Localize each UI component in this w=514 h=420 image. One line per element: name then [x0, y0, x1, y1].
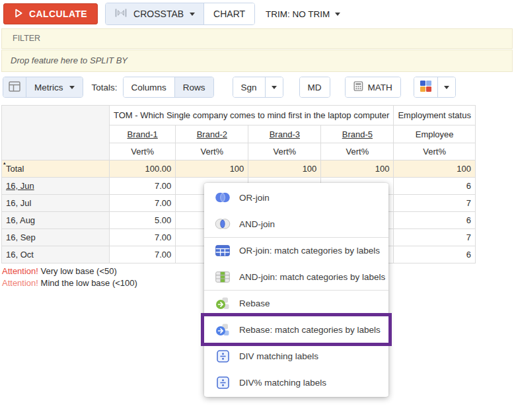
- color-tiles-icon: [420, 80, 432, 94]
- chevron-down-icon[interactable]: [190, 13, 195, 16]
- metrics-dropdown[interactable]: Metrics: [26, 77, 83, 97]
- cell-value: 5.00: [110, 212, 176, 229]
- metrics-group: Metrics: [3, 77, 83, 98]
- column-header-label[interactable]: Brand-5: [342, 129, 373, 139]
- menu-item-label: DIV matching labels: [239, 351, 318, 361]
- sgn-label: Sgn: [241, 83, 257, 92]
- row-label-jun[interactable]: 16, Jun: [2, 178, 110, 195]
- chevron-down-icon: [272, 86, 277, 89]
- cell-value: 7.00: [110, 229, 176, 246]
- cell-value: 7.00: [110, 195, 176, 212]
- heatmap-button[interactable]: [414, 77, 437, 97]
- math-label: MATH: [368, 83, 392, 92]
- metric-cell: Vert%: [248, 143, 321, 160]
- totals-toggle-group: Columns Rows: [123, 77, 214, 98]
- divide-icon: [212, 376, 233, 389]
- totals-rows-button[interactable]: Rows: [174, 77, 213, 97]
- calculator-icon: [353, 81, 363, 93]
- column-header-brand-2[interactable]: Brand-2: [176, 125, 248, 143]
- menu-item-or-join[interactable]: OR-join: [204, 184, 388, 211]
- chevron-down-icon: [69, 86, 75, 89]
- column-header-label[interactable]: Brand-3: [270, 129, 300, 139]
- cell-value: 6: [394, 178, 476, 195]
- sgn-button[interactable]: Sgn: [233, 77, 265, 97]
- menu-item-label: OR-join: [239, 193, 270, 203]
- venn-or-icon: [212, 192, 233, 203]
- play-icon: [14, 9, 23, 20]
- table-row-total: ▴ Total 100.00 100 100 100 100: [2, 160, 476, 178]
- sgn-dropdown[interactable]: [265, 77, 283, 97]
- sgn-group: Sgn: [233, 77, 283, 98]
- row-label-text: 16, Aug: [6, 215, 35, 225]
- venn-and-icon: [212, 218, 233, 230]
- menu-item-label: Rebase: match categories by labels: [239, 325, 381, 335]
- metric-cell: Vert%: [110, 143, 176, 160]
- column-header-employee: Employee: [394, 125, 476, 143]
- math-group: MATH: [345, 77, 401, 98]
- cell-value: 7.00: [110, 178, 176, 195]
- row-label-aug: 16, Aug: [2, 212, 110, 229]
- splitby-dropzone[interactable]: Drop feature here to SPLIT BY: [1, 50, 513, 72]
- note-text: Very low base (<50): [38, 266, 117, 276]
- row-label-text: 16, Oct: [6, 250, 34, 260]
- cell-value: 100.00: [110, 160, 176, 178]
- crosstab-button[interactable]: CROSSTAB: [106, 3, 203, 24]
- sort-asc-icon[interactable]: ▴: [3, 160, 6, 165]
- rebase-green-icon: [212, 297, 233, 310]
- trim-dropdown[interactable]: TRIM: NO TRIM: [266, 9, 340, 19]
- table-layout-icon: [9, 81, 20, 94]
- filter-label: FILTER: [13, 34, 40, 43]
- row-label-text: 16, Sep: [6, 232, 36, 242]
- column-header-brand-5[interactable]: Brand-5: [321, 125, 394, 143]
- filter-dropzone[interactable]: FILTER: [1, 28, 513, 49]
- metrics-label: Metrics: [34, 83, 63, 92]
- columns-label: Columns: [131, 83, 166, 92]
- splitby-label: Drop feature here to SPLIT BY: [11, 55, 128, 65]
- md-label: MD: [308, 83, 322, 92]
- row-label-sep: 16, Sep: [2, 229, 110, 246]
- table-corner-cell: [2, 106, 110, 160]
- md-button[interactable]: MD: [300, 77, 330, 97]
- cell-value: 6: [394, 212, 476, 229]
- column-header-label[interactable]: Brand-2: [197, 129, 227, 139]
- metric-cell: Vert%: [176, 143, 248, 160]
- menu-item-and-join[interactable]: AND-join: [204, 211, 388, 237]
- math-button[interactable]: MATH: [346, 77, 400, 97]
- metrics-toolbar: Metrics Totals: Columns Rows Sgn MD: [0, 73, 514, 102]
- chart-button[interactable]: CHART: [203, 3, 254, 24]
- column-header-label[interactable]: Brand-1: [128, 129, 158, 139]
- heatmap-group: [414, 77, 456, 98]
- column-header-brand-3[interactable]: Brand-3: [248, 125, 321, 143]
- row-label-text[interactable]: 16, Jun: [6, 181, 34, 191]
- heatmap-dropdown[interactable]: [437, 77, 455, 97]
- menu-item-label: OR-join: match categories by labels: [239, 246, 380, 256]
- menu-item-rebase-match[interactable]: Rebase: match categories by labels: [204, 316, 388, 343]
- cell-value: 100: [248, 160, 321, 178]
- menu-item-or-join-match[interactable]: OR-join: match categories by labels: [204, 237, 388, 263]
- metric-cell: Vert%: [394, 143, 476, 160]
- top-toolbar: CALCULATE CROSSTAB CHART TRIM: NO TRIM: [0, 0, 514, 28]
- menu-item-label: AND-join: match categories by labels: [239, 272, 385, 282]
- chevron-down-icon: [335, 13, 340, 16]
- calculate-label: CALCULATE: [29, 9, 87, 19]
- menu-item-div-matching[interactable]: DIV matching labels: [204, 343, 388, 369]
- menu-item-rebase[interactable]: Rebase: [204, 290, 388, 316]
- crosstab-label: CROSSTAB: [133, 9, 184, 19]
- table-blue-icon: [212, 245, 233, 256]
- layout-button[interactable]: [3, 77, 26, 97]
- menu-item-div-pct-matching[interactable]: DIV% matching labels: [204, 369, 388, 396]
- row-label-total: ▴ Total: [2, 160, 110, 178]
- menu-item-label: DIV% matching labels: [239, 378, 326, 388]
- join-context-menu: OR-join AND-join OR-join: match categori…: [204, 183, 388, 397]
- calculate-button[interactable]: CALCULATE: [3, 3, 98, 24]
- divide-icon: [212, 350, 233, 363]
- totals-label: Totals:: [92, 83, 118, 92]
- note-text: Mind the low base (<100): [38, 278, 137, 288]
- table-green-icon: [212, 271, 233, 283]
- menu-item-and-join-match[interactable]: AND-join: match categories by labels: [204, 263, 388, 290]
- totals-columns-button[interactable]: Columns: [124, 77, 174, 97]
- column-header-brand-1[interactable]: Brand-1: [110, 125, 176, 143]
- crosstab-icon: [114, 8, 128, 20]
- row-label-text: Total: [6, 164, 24, 174]
- menu-item-label: AND-join: [239, 219, 275, 229]
